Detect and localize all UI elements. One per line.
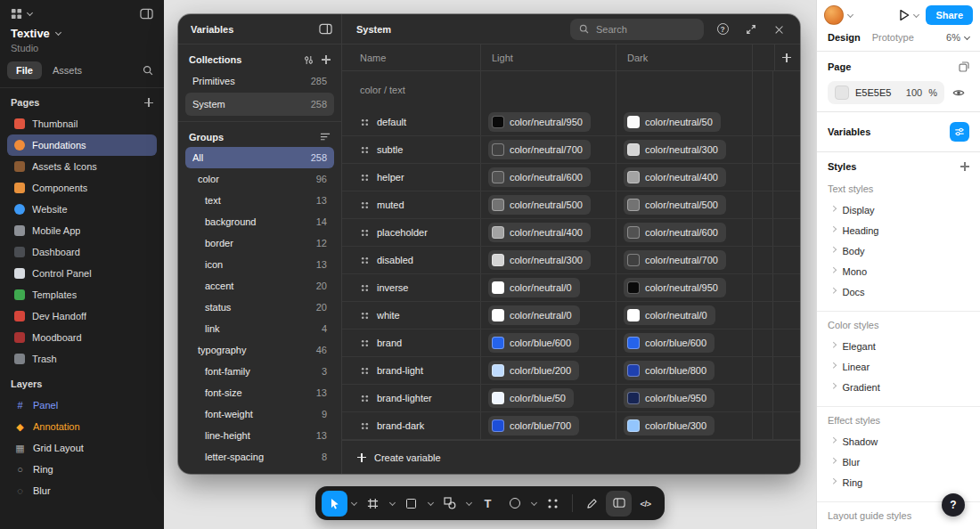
pen-tool-chevron-icon[interactable] (463, 491, 474, 517)
layer-item[interactable]: ◌ Blur (7, 480, 157, 501)
dark-value-pill[interactable]: color/neutral/0 (624, 305, 715, 325)
group-item[interactable]: border 12 (185, 232, 334, 254)
zoom-control[interactable]: 6% (946, 32, 969, 43)
light-value-pill[interactable]: color/neutral/0 (488, 278, 580, 297)
variable-row[interactable]: brand-lighter color/blue/50 (342, 385, 800, 412)
light-value-pill[interactable]: color/blue/600 (488, 333, 579, 353)
page-item[interactable]: Trash (7, 348, 157, 370)
shape-tool-chevron-icon[interactable] (425, 491, 436, 517)
main-menu-icon[interactable] (11, 8, 22, 20)
page-item[interactable]: Moodboard (7, 327, 157, 348)
help-circle-icon[interactable]: ? (713, 20, 732, 39)
style-item[interactable]: Body (828, 240, 969, 261)
layer-item[interactable]: ○ Ring (7, 459, 157, 480)
search-input[interactable] (570, 19, 704, 40)
dark-value-pill[interactable]: color/blue/800 (624, 361, 715, 380)
dark-value-pill[interactable]: color/neutral/50 (624, 112, 721, 132)
ellipse-tool-chevron-icon[interactable] (528, 491, 539, 517)
actions-tool[interactable] (540, 491, 566, 517)
share-button[interactable]: Share (926, 5, 973, 25)
present-chevron-down-icon[interactable] (913, 11, 919, 17)
variable-row[interactable]: muted color/neutral/500 (342, 191, 800, 219)
dev-mode-toggle[interactable] (606, 491, 632, 517)
add-style-icon[interactable] (960, 162, 969, 171)
move-tool[interactable] (322, 491, 347, 517)
page-item[interactable]: Website (7, 199, 157, 220)
layer-item[interactable]: ▦ Grid Layout (7, 437, 157, 459)
search-field[interactable] (594, 23, 683, 36)
light-value-pill[interactable]: color/blue/50 (488, 388, 574, 408)
style-item[interactable]: Blur (828, 452, 969, 472)
dark-value-pill[interactable]: color/neutral/300 (624, 140, 726, 159)
dark-value-pill[interactable]: color/blue/950 (624, 388, 715, 408)
page-opacity-value[interactable]: 100 (906, 87, 922, 98)
style-item[interactable]: Mono (828, 261, 969, 281)
open-variables-icon[interactable] (950, 122, 969, 142)
variable-row[interactable]: brand-light color/blue/200 (342, 357, 800, 385)
style-item[interactable]: Gradient (828, 377, 969, 397)
style-item[interactable]: Display (828, 199, 969, 220)
present-play-icon[interactable] (899, 9, 910, 21)
page-item[interactable]: Dev Handoff (7, 305, 157, 327)
light-value-pill[interactable]: color/neutral/950 (488, 112, 591, 132)
group-item[interactable]: font-size 13 (185, 382, 334, 403)
dark-value-pill[interactable]: color/neutral/500 (624, 195, 726, 215)
group-item[interactable]: link 4 (185, 318, 334, 339)
light-value-pill[interactable]: color/blue/700 (488, 416, 579, 435)
group-item[interactable]: letter-spacing 8 (185, 446, 334, 468)
light-value-pill[interactable]: color/neutral/300 (488, 250, 591, 270)
light-value-pill[interactable]: color/neutral/400 (488, 223, 591, 242)
style-item[interactable]: Heading (828, 220, 969, 240)
group-item[interactable]: font-family 3 (185, 361, 334, 382)
light-value-pill[interactable]: color/neutral/600 (488, 167, 591, 187)
light-value-pill[interactable]: color/neutral/700 (488, 140, 591, 159)
page-item[interactable]: Control Panel (7, 263, 157, 284)
variable-row[interactable]: inverse color/neutral/0 (342, 274, 800, 302)
page-item[interactable]: Dashboard (7, 241, 157, 263)
frame-tool[interactable] (360, 491, 386, 517)
code-icon[interactable]: </> (633, 491, 658, 517)
page-color-hex[interactable]: E5E5E5 (855, 87, 891, 98)
group-item[interactable]: background 14 (185, 211, 334, 232)
annotate-pen-icon[interactable] (579, 491, 605, 517)
group-item[interactable]: status 20 (185, 297, 334, 318)
tab-design[interactable]: Design (828, 32, 861, 43)
ellipse-tool[interactable] (502, 491, 527, 517)
dark-value-pill[interactable]: color/neutral/600 (624, 223, 726, 242)
group-item[interactable]: accent 20 (185, 275, 334, 297)
page-item[interactable]: Assets & Icons (7, 156, 157, 177)
style-item[interactable]: Linear (828, 356, 969, 377)
collection-item[interactable]: System 258 (185, 93, 334, 116)
variable-row[interactable]: placeholder color/neutral/400 (342, 219, 800, 247)
page-item[interactable]: Thumbnail (7, 113, 157, 134)
page-color-input[interactable]: E5E5E5 100 % (828, 81, 944, 104)
move-tool-chevron-icon[interactable] (348, 491, 359, 517)
page-item[interactable]: Foundations (7, 134, 157, 156)
help-button[interactable]: ? (942, 493, 965, 517)
variable-row[interactable]: helper color/neutral/600 (342, 164, 800, 191)
group-item[interactable]: color 96 (185, 168, 334, 190)
avatar[interactable] (824, 5, 844, 25)
dark-value-pill[interactable]: color/blue/300 (624, 416, 715, 435)
variable-row[interactable]: default color/neutral/950 (342, 109, 800, 136)
canvas[interactable]: Variables System ? (164, 0, 816, 529)
style-item[interactable]: Shadow (828, 431, 969, 452)
add-collection-icon[interactable] (322, 55, 331, 64)
panel-toggle-icon[interactable] (140, 8, 153, 20)
dark-value-pill[interactable]: color/neutral/700 (624, 250, 726, 270)
light-value-pill[interactable]: color/neutral/0 (488, 305, 580, 325)
create-variable-button[interactable]: Create variable (342, 440, 800, 474)
dark-value-pill[interactable]: color/neutral/950 (624, 278, 726, 297)
search-icon[interactable] (143, 65, 153, 76)
group-list-icon[interactable] (320, 132, 331, 142)
add-page-icon[interactable] (144, 98, 153, 107)
dark-value-pill[interactable]: color/neutral/400 (624, 167, 726, 187)
filter-icon[interactable] (304, 55, 314, 65)
add-mode-icon[interactable] (782, 53, 791, 62)
page-item[interactable]: Components (7, 177, 157, 199)
dark-value-pill[interactable]: color/blue/600 (624, 333, 715, 353)
group-item[interactable]: typography 46 (185, 339, 334, 361)
tab-assets[interactable]: Assets (44, 61, 91, 79)
layer-item[interactable]: ◆ Annotation (7, 416, 157, 437)
group-item[interactable]: All 258 (185, 147, 334, 168)
